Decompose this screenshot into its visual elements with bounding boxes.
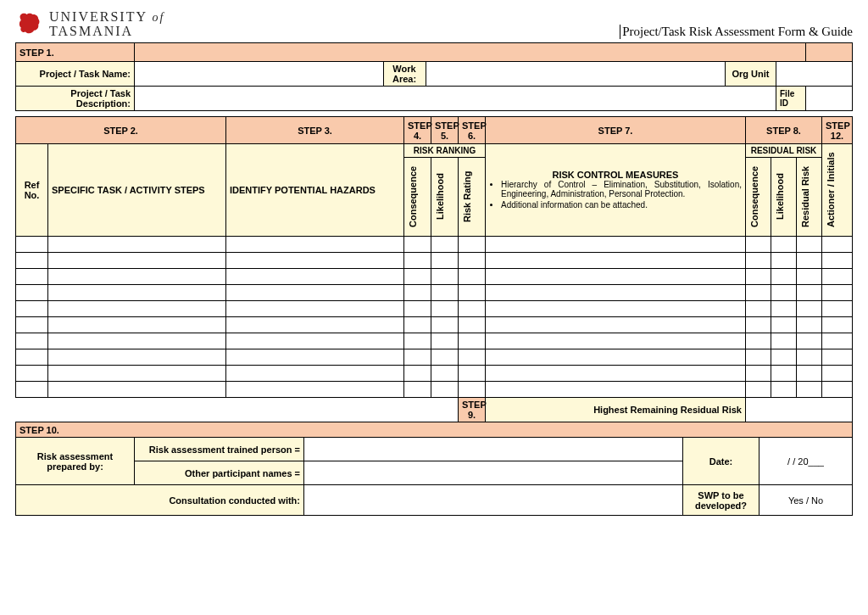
trained-person-value (304, 438, 683, 461)
other-names-value (304, 461, 683, 485)
swp-value: Yes / No (759, 485, 852, 516)
ref-no-header: Ref No. (16, 144, 48, 237)
step8-label: STEP 8. (745, 117, 821, 144)
table-row (16, 317, 853, 333)
res-likelihood-header: Likelihood (771, 158, 796, 237)
consequence-header: Consequence (404, 158, 431, 237)
swp-label: SWP to be developed? (682, 485, 759, 516)
org-unit-label: Org Unit (726, 62, 776, 87)
trained-person-label: Risk assessment trained person = (135, 438, 304, 461)
table-row (16, 349, 853, 366)
step9-label: STEP 9. (459, 398, 486, 422)
likelihood-header: Likelihood (431, 158, 459, 237)
identify-hazards-header: IDENTIFY POTENTIAL HAZARDS (226, 144, 404, 237)
consultation-value (304, 485, 683, 516)
consultation-label: Consultation conducted with: (16, 485, 304, 516)
lion-icon (15, 10, 44, 39)
date-value: / / 20___ (759, 438, 852, 485)
step6-label: STEP 6. (459, 117, 486, 144)
project-desc-label: Project / Task Description: (16, 87, 135, 111)
step1-label: STEP 1. (16, 43, 135, 62)
actioner-header: Actioner / Initials (822, 144, 853, 237)
res-rating-header: Residual Risk (796, 158, 821, 237)
table-row (16, 285, 853, 301)
table-row (16, 237, 853, 253)
step10-label: STEP 10. (16, 422, 853, 438)
step3-label: STEP 3. (226, 117, 404, 144)
step10-table: STEP 10. Risk assessment prepared by: Ri… (15, 422, 853, 516)
table-row (16, 269, 853, 285)
step12-label: STEP 12. (822, 117, 853, 144)
main-grid: STEP 2. STEP 3. STEP 4. STEP 5. STEP 6. … (15, 116, 853, 422)
residual-risk-header: RESIDUAL RISK (745, 144, 821, 158)
step7-label: STEP 7. (486, 117, 746, 144)
hoc-bullet-2: Additional information can be attached. (501, 200, 742, 210)
project-desc-value (135, 87, 776, 111)
org-unit-value (776, 62, 853, 87)
page-title: Project/Task Risk Assessment Form & Guid… (620, 25, 853, 39)
table-row (16, 301, 853, 317)
prepared-by-label: Risk assessment prepared by: (16, 438, 135, 485)
date-label: Date: (682, 438, 759, 485)
table-row (16, 366, 853, 382)
hoc-bullet-1: Hierarchy of Control – Elimination, Subs… (501, 180, 742, 198)
step4-label: STEP 4. (404, 117, 431, 144)
table-row (16, 253, 853, 269)
file-id-label: File ID (776, 87, 806, 111)
university-logo: UNIVERSITY of TASMANIA (15, 10, 164, 39)
step9-text: Highest Remaining Residual Risk (486, 398, 746, 422)
work-area-value (426, 62, 726, 87)
step5-label: STEP 5. (431, 117, 459, 144)
table-row (16, 382, 853, 398)
risk-rating-header: Risk Rating (459, 158, 486, 237)
step1-table: STEP 1. Project / Task Name: Work Area: … (15, 42, 853, 111)
res-consequence-header: Consequence (745, 158, 771, 237)
risk-ranking-header: RISK RANKING (404, 144, 486, 158)
project-name-value (135, 62, 383, 87)
table-row (16, 333, 853, 349)
step1-corner (806, 43, 853, 62)
step9-value (745, 398, 852, 422)
specific-task-header: SPECIFIC TASK / ACTIVITY STEPS (48, 144, 226, 237)
file-id-value (806, 87, 853, 111)
step1-spacer (135, 43, 806, 62)
university-name: UNIVERSITY of TASMANIA (49, 10, 164, 39)
risk-control-title: RISK CONTROL MEASURES (489, 170, 742, 180)
work-area-label: Work Area: (383, 62, 426, 87)
other-names-label: Other participant names = (135, 461, 304, 485)
risk-control-header: RISK CONTROL MEASURES Hierarchy of Contr… (486, 144, 746, 237)
step2-label: STEP 2. (16, 117, 226, 144)
project-name-label: Project / Task Name: (16, 62, 135, 87)
